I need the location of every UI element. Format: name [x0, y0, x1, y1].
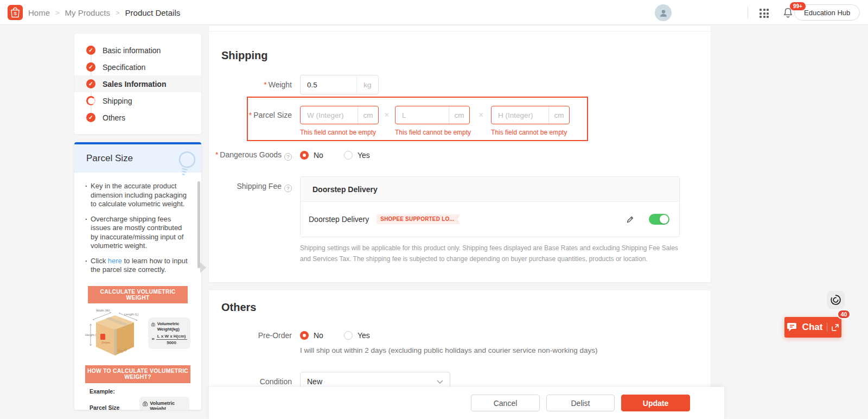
user-avatar[interactable] [655, 4, 672, 21]
channel-name: Doorstep Delivery [309, 215, 369, 224]
action-footer: Cancel Delist Update [209, 387, 724, 419]
parcel-height-input[interactable] [492, 106, 548, 124]
preorder-yes-radio[interactable]: Yes [344, 331, 370, 340]
condition-row: Condition New [209, 372, 450, 387]
tip-bullet: · Key in the accurate product dimension … [85, 182, 190, 209]
sidebar-item-sales-information[interactable]: ✓ Sales Information [74, 75, 201, 92]
cm-unit: cm [449, 106, 469, 124]
volumetric-example-panel: Volumetric Weight = 30cm x 30cm x 40cm 5… [139, 397, 189, 410]
preorder-no-radio[interactable]: No [300, 331, 323, 340]
tip-card-title: Parcel Size [86, 153, 133, 164]
multiply-separator: × [379, 106, 395, 140]
chat-divider [827, 323, 827, 332]
scale-icon [151, 321, 156, 328]
radio-unselected-icon [344, 331, 353, 340]
page: S Home > My Products > Product Details 9… [0, 0, 868, 419]
length-error-message: This field cannot be empty [395, 129, 471, 136]
chat-bubble-icon [787, 322, 798, 332]
sidebar-item-others[interactable]: ✓ Others [74, 109, 201, 126]
edit-pencil-icon[interactable] [626, 215, 634, 224]
help-icon[interactable]: ? [284, 185, 292, 192]
step-label: Sales Information [103, 80, 166, 88]
sidebar-item-basic-information[interactable]: ✓ Basic information [74, 42, 201, 59]
tip-card-header: Parcel Size [74, 144, 201, 173]
breadcrumb-separator: > [55, 9, 60, 17]
dangerous-goods-no-radio[interactable]: No [300, 151, 323, 160]
sidebar-item-shipping[interactable]: Shipping [74, 92, 201, 109]
dangerous-goods-row: *Dangerous Goods? No Yes [209, 150, 370, 161]
support-float-button[interactable] [827, 291, 845, 309]
check-circle-icon: ✓ [86, 113, 95, 122]
parcel-size-tip-card: Parcel Size · Key in the accurate produc… [74, 142, 201, 410]
breadcrumb-product-details: Product Details [125, 8, 181, 17]
step-label: Specification [103, 63, 145, 72]
dangerous-goods-yes-radio[interactable]: Yes [344, 151, 370, 160]
check-circle-icon: ✓ [86, 79, 95, 88]
shopee-supported-tag: SHOPEE SUPPORTED LO... [376, 214, 460, 224]
tip-bullet: · Overcharge shipping fees issues are mo… [85, 215, 190, 251]
shopee-logo[interactable]: S [8, 5, 23, 20]
top-header: S Home > My Products > Product Details 9… [0, 0, 868, 25]
shipping-fee-note: Shipping settings will be applicable for… [300, 243, 679, 265]
breadcrumb: Home > My Products > Product Details [28, 0, 180, 25]
volumetric-formula-panel: Volumetric Weight(kg) = L x W x H(cm) 50… [148, 318, 190, 348]
parcel-width-input[interactable] [301, 106, 358, 124]
chevron-down-icon [437, 380, 443, 384]
preorder-row: Pre-Order No Yes [209, 331, 370, 340]
svg-text:Width (W): Width (W) [96, 309, 110, 312]
cancel-button[interactable]: Cancel [471, 395, 540, 411]
header-divider [748, 7, 748, 18]
ship-out-note: I will ship out within 2 days (excluding… [300, 346, 598, 354]
here-link[interactable]: here [108, 257, 122, 265]
update-button[interactable]: Update [621, 395, 690, 411]
breadcrumb-my-products[interactable]: My Products [65, 8, 110, 17]
step-label: Shipping [103, 97, 132, 105]
radio-selected-icon [300, 151, 309, 160]
shipping-fee-card: Doorstep Delivery Doorstep Delivery SHOP… [300, 176, 680, 237]
progress-circle-icon [86, 96, 95, 105]
svg-text:S: S [14, 11, 17, 16]
multiply-separator: × [471, 106, 491, 140]
cm-unit: cm [358, 106, 378, 124]
chat-button[interactable]: Chat [784, 317, 841, 338]
tip-bullet: · Click here to learn how to input the p… [85, 257, 190, 275]
channel-row: Doorstep Delivery SHOPEE SUPPORTED LO... [301, 202, 679, 237]
person-icon [659, 8, 668, 18]
parcel-box-illustration: Width (W) Length (L) Height (H) Shopee [85, 307, 146, 360]
condition-value: New [307, 377, 437, 386]
example-label: Example: [90, 388, 190, 395]
channel-toggle-on[interactable] [649, 214, 669, 225]
expand-icon [832, 324, 839, 331]
breadcrumb-home[interactable]: Home [28, 8, 50, 17]
radio-unselected-icon [344, 151, 353, 160]
tip-card-scrollbar[interactable] [197, 181, 200, 268]
sidebar-item-specification[interactable]: ✓ Specification [74, 59, 201, 75]
swirl-support-icon [830, 294, 841, 306]
svg-text:Length (L): Length (L) [124, 313, 138, 316]
lightbulb-icon [173, 148, 199, 182]
how-to-calc-banner: HOW TO CALCULATE VOLUMETRIC WEIGHT? [85, 365, 190, 383]
collapse-panel-handle[interactable] [200, 262, 206, 273]
check-circle-icon: ✓ [86, 46, 95, 55]
apps-grid-icon[interactable] [760, 9, 769, 18]
shopee-bag-icon: S [10, 7, 20, 18]
chat-label: Chat [802, 322, 823, 333]
shipping-fee-label: Shipping Fee? [209, 182, 292, 192]
notification-count-badge: 99+ [789, 2, 806, 11]
scale-icon [142, 401, 148, 407]
shipping-title: Shipping [221, 49, 268, 62]
parcel-size-highlight-box: *Parcel Size cm This field cannot be emp… [247, 97, 588, 141]
help-icon[interactable]: ? [284, 153, 292, 161]
parcel-length-input[interactable] [395, 106, 449, 124]
calc-volumetric-banner: CALCULATE VOLUMETRIC WEIGHT [88, 286, 188, 304]
parcel-length-group: cm This field cannot be empty [395, 106, 471, 140]
delist-button[interactable]: Delist [546, 395, 615, 411]
condition-select[interactable]: New [300, 372, 450, 387]
weight-input[interactable] [301, 75, 356, 94]
check-circle-icon: ✓ [86, 62, 95, 72]
step-label: Basic information [103, 46, 161, 55]
section-stepper: ✓ Basic information ✓ Specification ✓ Sa… [74, 34, 201, 134]
section-divider [209, 31, 711, 31]
height-error-message: This field cannot be empty [491, 129, 570, 136]
breadcrumb-separator: > [116, 9, 120, 17]
